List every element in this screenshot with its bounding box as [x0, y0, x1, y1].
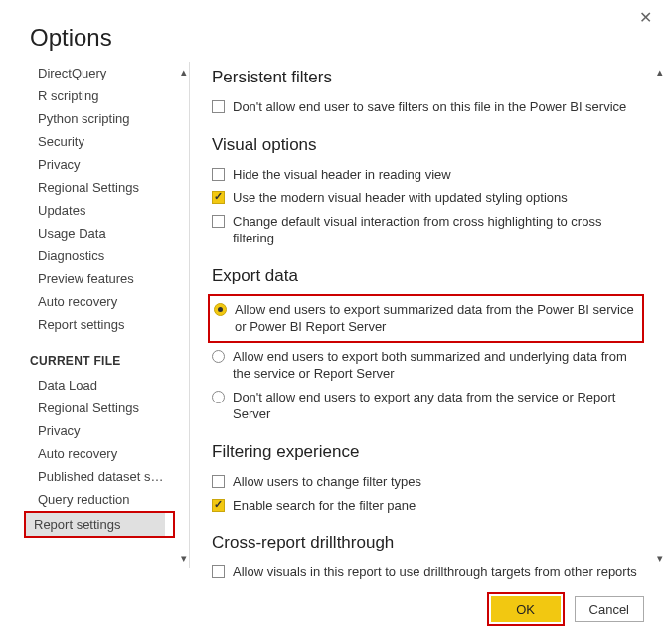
- checkbox-icon[interactable]: [212, 191, 225, 204]
- cancel-button[interactable]: Cancel: [575, 596, 644, 622]
- option-label: Change default visual interaction from c…: [233, 213, 640, 247]
- section-filtering-experience: Filtering experience: [212, 442, 640, 462]
- option-row[interactable]: Allow visuals in this report to use dril…: [212, 561, 640, 584]
- chevron-up-icon[interactable]: ▴: [181, 62, 187, 82]
- option-label: Allow visuals in this report to use dril…: [233, 564, 640, 581]
- sidebar-item-report-settings-file[interactable]: Report settings: [26, 513, 165, 536]
- sidebar-item-regional-settings[interactable]: Regional Settings: [30, 176, 169, 199]
- sidebar-item-python-scripting[interactable]: Python scripting: [30, 107, 169, 130]
- options-dialog: ✕ Options DirectQuery R scripting Python…: [0, 0, 666, 644]
- content-scrollbar[interactable]: ▴ ▾: [652, 62, 666, 568]
- option-label: Hide the visual header in reading view: [233, 166, 640, 184]
- radio-icon[interactable]: [214, 303, 227, 316]
- checkbox-icon[interactable]: [212, 100, 225, 113]
- option-row[interactable]: Use the modern visual header with update…: [212, 186, 640, 210]
- option-row[interactable]: Hide the visual header in reading view: [212, 163, 640, 187]
- sidebar-item-r-scripting[interactable]: R scripting: [30, 84, 169, 107]
- checkbox-icon[interactable]: [212, 168, 225, 181]
- sidebar-item-report-settings-global[interactable]: Report settings: [30, 313, 169, 336]
- section-cross-report: Cross-report drillthrough: [212, 533, 640, 553]
- option-label: Enable search for the filter pane: [233, 497, 640, 515]
- option-row[interactable]: Don't allow end users to export any data…: [212, 386, 640, 426]
- checkbox-icon[interactable]: [212, 499, 225, 512]
- sidebar-item-diagnostics[interactable]: Diagnostics: [30, 244, 169, 267]
- radio-icon[interactable]: [212, 350, 225, 363]
- close-icon[interactable]: ✕: [639, 8, 652, 27]
- sidebar-heading-current-file: CURRENT FILE: [30, 336, 185, 374]
- chevron-up-icon[interactable]: ▴: [657, 62, 663, 82]
- option-row[interactable]: Allow end users to export summarized dat…: [214, 298, 638, 339]
- section-export-data: Export data: [212, 266, 640, 286]
- checkbox-icon[interactable]: [212, 565, 225, 578]
- chevron-down-icon[interactable]: ▾: [181, 548, 187, 568]
- option-label: Use the modern visual header with update…: [233, 189, 640, 207]
- sidebar-item-updates[interactable]: Updates: [30, 199, 169, 222]
- section-visual-options: Visual options: [212, 135, 640, 155]
- option-row[interactable]: Change default visual interaction from c…: [212, 210, 640, 250]
- option-label: Allow users to change filter types: [233, 473, 640, 491]
- sidebar: DirectQuery R scripting Python scripting…: [30, 62, 189, 568]
- sidebar-item-preview-features[interactable]: Preview features: [30, 267, 169, 290]
- sidebar-item-regional-settings-file[interactable]: Regional Settings: [30, 397, 169, 419]
- checkbox-icon[interactable]: [212, 215, 225, 228]
- sidebar-item-auto-recovery[interactable]: Auto recovery: [30, 290, 169, 313]
- option-label: Allow end users to export both summarize…: [233, 348, 640, 383]
- sidebar-item-privacy-file[interactable]: Privacy: [30, 419, 169, 442]
- dialog-title: Options: [0, 0, 666, 62]
- sidebar-item-security[interactable]: Security: [30, 130, 169, 153]
- option-row[interactable]: Allow end users to export both summarize…: [212, 345, 640, 386]
- sidebar-item-auto-recovery-file[interactable]: Auto recovery: [30, 442, 169, 465]
- checkbox-icon[interactable]: [212, 475, 225, 488]
- sidebar-item-data-load[interactable]: Data Load: [30, 374, 169, 397]
- option-label: Allow end users to export summarized dat…: [235, 301, 638, 336]
- radio-icon[interactable]: [212, 391, 225, 403]
- option-label: Don't allow end user to save filters on …: [233, 98, 640, 116]
- sidebar-item-privacy[interactable]: Privacy: [30, 153, 169, 176]
- option-row[interactable]: Enable search for the filter pane: [212, 494, 640, 518]
- sidebar-item-directquery[interactable]: DirectQuery: [30, 62, 169, 84]
- content-pane: Persistent filters Don't allow end user …: [189, 62, 666, 568]
- option-label: Don't allow end users to export any data…: [233, 389, 640, 423]
- sidebar-item-usage-data[interactable]: Usage Data: [30, 222, 169, 244]
- chevron-down-icon[interactable]: ▾: [657, 548, 663, 568]
- sidebar-item-query-reduction[interactable]: Query reduction: [30, 488, 169, 511]
- dialog-footer: OK Cancel: [487, 592, 644, 626]
- sidebar-item-published-dataset[interactable]: Published dataset set...: [30, 465, 169, 488]
- section-persistent-filters: Persistent filters: [212, 68, 640, 87]
- option-row[interactable]: Allow users to change filter types: [212, 470, 640, 494]
- ok-button[interactable]: OK: [491, 596, 561, 622]
- option-row[interactable]: Don't allow end user to save filters on …: [212, 95, 640, 119]
